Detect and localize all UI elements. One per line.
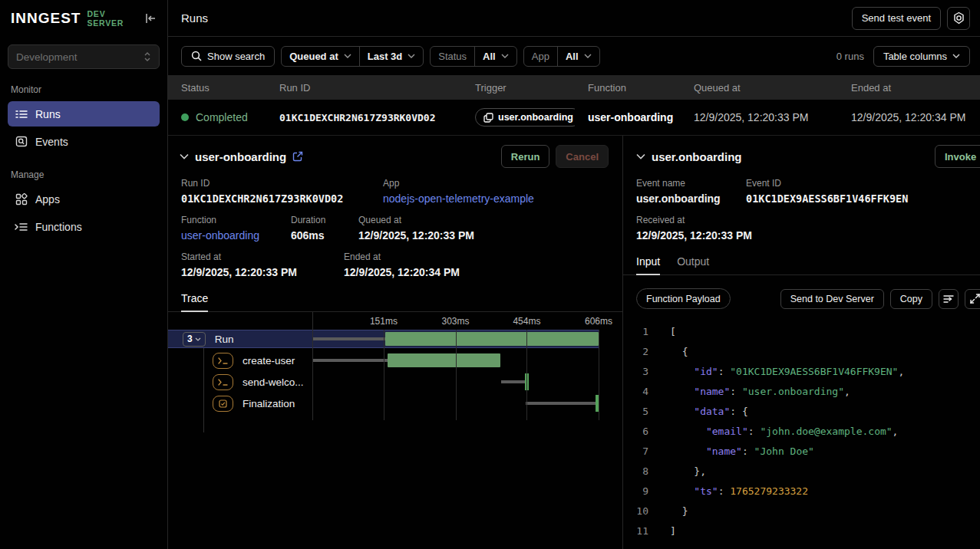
collapse-run-chevron-icon[interactable] bbox=[180, 153, 189, 159]
monitor-section-label: Monitor bbox=[11, 84, 157, 95]
workspace-select[interactable]: Development bbox=[8, 44, 160, 69]
inngest-logo: INNGEST bbox=[11, 10, 81, 27]
wrap-text-icon bbox=[943, 294, 954, 304]
chart-divider bbox=[312, 312, 313, 420]
duration-label: Duration bbox=[291, 215, 358, 225]
payload-type-pill[interactable]: Function Payload bbox=[636, 288, 731, 309]
cancel-button[interactable]: Cancel bbox=[556, 145, 609, 168]
event-icon bbox=[483, 113, 493, 123]
queue-delay-line bbox=[312, 337, 385, 340]
detail-ended-value: 12/9/2025, 12:20:34 PM bbox=[344, 266, 460, 278]
runs-icon bbox=[15, 110, 28, 119]
tab-trace[interactable]: Trace bbox=[181, 292, 208, 311]
trigger-pill[interactable]: user.onboarding bbox=[475, 108, 575, 127]
functions-icon bbox=[15, 222, 28, 232]
sidebar-item-label: Events bbox=[35, 136, 68, 148]
expand-payload-button[interactable] bbox=[965, 289, 980, 309]
event-id-value: 01KC1DEX9AESS6BF1V46FFK9EN bbox=[746, 192, 908, 205]
collapse-event-chevron-icon[interactable] bbox=[636, 153, 645, 159]
chevron-down-icon bbox=[408, 54, 415, 58]
search-icon bbox=[191, 51, 202, 61]
code-line: 8 }, bbox=[623, 461, 980, 481]
line-number: 11 bbox=[623, 525, 648, 537]
run-table-row[interactable]: Completed 01KC1DEXCHR2N617Z93RK0VD02 use… bbox=[168, 100, 980, 136]
chevron-down-icon bbox=[344, 54, 351, 58]
trace-timeline: 3 Run create-user bbox=[168, 312, 622, 420]
filter-bar: Show search Queued at Last 3d Status All bbox=[168, 37, 980, 75]
settings-button[interactable] bbox=[947, 7, 970, 30]
axis-gridline bbox=[456, 330, 457, 420]
time-range-dropdown[interactable]: Last 3d bbox=[359, 47, 424, 66]
copy-button[interactable]: Copy bbox=[890, 289, 932, 309]
sidebar-item-functions[interactable]: Functions bbox=[8, 214, 160, 239]
event-id-label: Event ID bbox=[746, 178, 908, 189]
sidebar-item-runs[interactable]: Runs bbox=[8, 101, 160, 127]
invoke-button[interactable]: Invoke bbox=[935, 145, 980, 168]
axis-tick-label: 606ms bbox=[585, 316, 612, 327]
table-columns-dropdown[interactable]: Table columns bbox=[873, 46, 970, 67]
detail-run-id: 01KC1DEXCHR2N617Z93RK0VD02 bbox=[181, 192, 383, 205]
collapse-sidebar-icon[interactable] bbox=[144, 13, 157, 24]
tab-input[interactable]: Input bbox=[636, 255, 660, 274]
main-content: Runs Send test event Show search bbox=[168, 0, 980, 549]
send-test-event-button[interactable]: Send test event bbox=[852, 7, 941, 30]
status-filter-group: Status All bbox=[430, 46, 516, 67]
page-title: Runs bbox=[181, 12, 208, 25]
function-link[interactable]: user-onboarding bbox=[181, 229, 291, 242]
code-line: 2 { bbox=[623, 341, 980, 361]
send-to-dev-server-button[interactable]: Send to Dev Server bbox=[780, 289, 884, 309]
topbar: Runs Send test event bbox=[168, 0, 980, 37]
manage-section-label: Manage bbox=[11, 169, 157, 180]
payload-json-editor[interactable]: 1[2 {3 "id": "01KC1DEX9AESS6BF1V46FFK9EN… bbox=[623, 321, 980, 541]
tab-output[interactable]: Output bbox=[677, 255, 709, 274]
expand-icon bbox=[970, 294, 980, 304]
line-number: 3 bbox=[623, 366, 648, 377]
trace-tabs: Trace bbox=[168, 292, 622, 312]
ended-at-value: 12/9/2025, 12:20:34 PM bbox=[838, 111, 980, 123]
code-line: 3 "id": "01KC1DEX9AESS6BF1V46FFK9EN", bbox=[623, 361, 980, 381]
runs-count: 0 runs bbox=[836, 51, 864, 62]
axis-gridline bbox=[599, 330, 599, 420]
apps-icon bbox=[15, 193, 28, 205]
external-link-icon[interactable] bbox=[292, 151, 303, 162]
chevron-down-icon bbox=[584, 54, 592, 58]
axis-tick-label: 151ms bbox=[370, 316, 398, 327]
trace-row-send-welcome[interactable]: send-welco... bbox=[168, 373, 622, 391]
queued-at-value: 12/9/2025, 12:20:33 PM bbox=[681, 111, 838, 123]
wrap-lines-button[interactable] bbox=[939, 289, 959, 309]
code-line: 7 "name": "John Doe" bbox=[623, 441, 980, 461]
started-label: Started at bbox=[181, 251, 344, 262]
app-filter-dropdown[interactable]: All bbox=[557, 47, 599, 66]
line-number: 4 bbox=[623, 386, 648, 397]
trace-span-bar[interactable] bbox=[388, 353, 500, 367]
trace-row-finalization[interactable]: Finalization bbox=[168, 394, 622, 413]
line-number: 9 bbox=[623, 485, 648, 497]
code-line: 9 "ts": 1765279233322 bbox=[623, 481, 980, 501]
time-filter-group: Queued at Last 3d bbox=[281, 46, 424, 67]
event-details-panel: user.onboarding Invoke Event name user.o… bbox=[623, 136, 980, 549]
trace-expand-badge[interactable]: 3 bbox=[183, 332, 206, 347]
app-link[interactable]: nodejs-open-telemetry-example bbox=[383, 192, 534, 205]
queued-at-dropdown[interactable]: Queued at bbox=[282, 47, 359, 66]
line-number: 1 bbox=[623, 326, 648, 337]
sidebar-item-apps[interactable]: Apps bbox=[8, 186, 160, 212]
trace-row-create-user[interactable]: create-user bbox=[168, 351, 622, 370]
function-label: Function bbox=[181, 215, 291, 225]
sidebar-item-label: Apps bbox=[35, 193, 60, 205]
terminal-icon bbox=[213, 353, 233, 369]
trace-span-bar[interactable] bbox=[385, 332, 599, 346]
axis-gridline bbox=[384, 330, 384, 420]
col-header-status: Status bbox=[168, 82, 266, 94]
event-detail-title: user.onboarding bbox=[652, 150, 742, 163]
line-number: 8 bbox=[623, 465, 648, 477]
show-search-button[interactable]: Show search bbox=[181, 46, 275, 67]
code-line: 6 "email": "john.doe@example.com", bbox=[623, 421, 980, 441]
sidebar-item-label: Runs bbox=[35, 108, 61, 120]
status-filter-dropdown[interactable]: All bbox=[474, 47, 516, 66]
run-id-value: 01KC1DEXCHR2N617Z93RK0VD02 bbox=[266, 112, 462, 123]
chevron-down-icon bbox=[501, 54, 509, 58]
sidebar-item-events[interactable]: Events bbox=[8, 129, 160, 154]
rerun-button[interactable]: Rerun bbox=[501, 145, 550, 168]
payload-tabs: Input Output bbox=[623, 255, 980, 275]
chevron-down-icon bbox=[195, 337, 201, 341]
